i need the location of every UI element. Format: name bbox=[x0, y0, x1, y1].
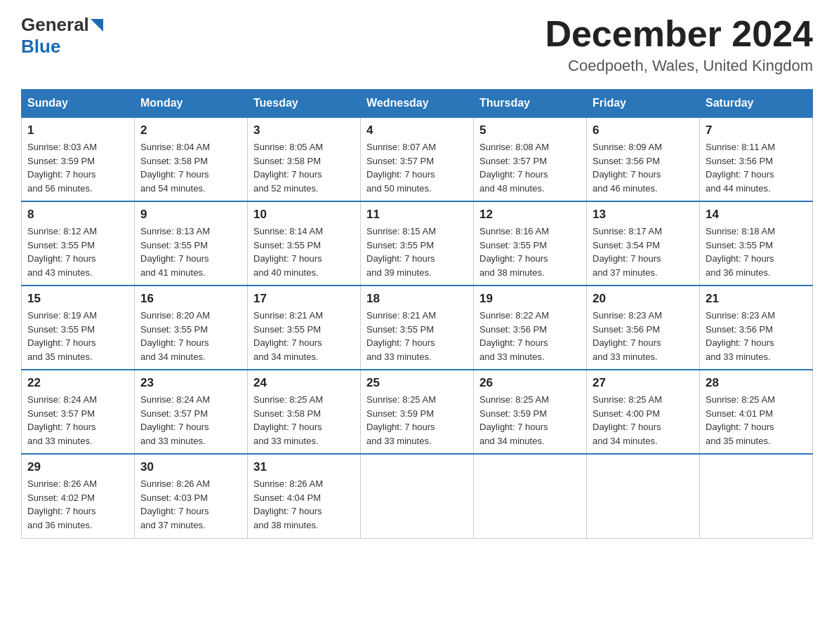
logo-general-text: General bbox=[21, 14, 89, 36]
table-row: 14Sunrise: 8:18 AMSunset: 3:55 PMDayligh… bbox=[700, 201, 813, 286]
day-info: Sunrise: 8:14 AMSunset: 3:55 PMDaylight:… bbox=[253, 224, 355, 279]
day-number: 4 bbox=[366, 123, 468, 137]
day-number: 18 bbox=[366, 292, 468, 306]
day-number: 24 bbox=[253, 376, 355, 390]
day-info: Sunrise: 8:09 AMSunset: 3:56 PMDaylight:… bbox=[593, 140, 694, 195]
day-number: 20 bbox=[593, 292, 694, 306]
day-number: 30 bbox=[140, 460, 241, 474]
title-section: December 2024 Coedpoeth, Wales, United K… bbox=[545, 14, 813, 75]
table-row: 30Sunrise: 8:26 AMSunset: 4:03 PMDayligh… bbox=[135, 454, 248, 538]
day-number: 31 bbox=[253, 460, 355, 474]
table-row bbox=[474, 454, 587, 538]
table-row: 7Sunrise: 8:11 AMSunset: 3:56 PMDaylight… bbox=[700, 117, 813, 201]
day-number: 19 bbox=[479, 292, 581, 306]
day-info: Sunrise: 8:25 AMSunset: 3:58 PMDaylight:… bbox=[253, 393, 355, 448]
day-number: 21 bbox=[706, 292, 807, 306]
col-header-saturday: Saturday bbox=[700, 90, 813, 118]
table-row: 4Sunrise: 8:07 AMSunset: 3:57 PMDaylight… bbox=[361, 117, 474, 201]
table-row: 18Sunrise: 8:21 AMSunset: 3:55 PMDayligh… bbox=[361, 286, 474, 370]
day-number: 25 bbox=[366, 376, 468, 390]
table-row bbox=[587, 454, 700, 538]
table-row: 5Sunrise: 8:08 AMSunset: 3:57 PMDaylight… bbox=[474, 117, 587, 201]
logo: General Blue bbox=[21, 14, 103, 58]
day-number: 27 bbox=[593, 376, 694, 390]
col-header-sunday: Sunday bbox=[22, 90, 135, 118]
day-info: Sunrise: 8:05 AMSunset: 3:58 PMDaylight:… bbox=[253, 140, 355, 195]
day-number: 10 bbox=[253, 208, 355, 222]
day-info: Sunrise: 8:15 AMSunset: 3:55 PMDaylight:… bbox=[366, 224, 468, 279]
table-row: 31Sunrise: 8:26 AMSunset: 4:04 PMDayligh… bbox=[248, 454, 361, 538]
day-info: Sunrise: 8:18 AMSunset: 3:55 PMDaylight:… bbox=[706, 224, 807, 279]
day-number: 15 bbox=[27, 292, 128, 306]
day-info: Sunrise: 8:26 AMSunset: 4:02 PMDaylight:… bbox=[27, 477, 128, 532]
col-header-friday: Friday bbox=[587, 90, 700, 118]
day-info: Sunrise: 8:25 AMSunset: 3:59 PMDaylight:… bbox=[366, 393, 468, 448]
calendar-week-1: 1Sunrise: 8:03 AMSunset: 3:59 PMDaylight… bbox=[22, 117, 813, 201]
day-info: Sunrise: 8:21 AMSunset: 3:55 PMDaylight:… bbox=[366, 309, 468, 363]
day-number: 13 bbox=[593, 208, 694, 222]
calendar-week-2: 8Sunrise: 8:12 AMSunset: 3:55 PMDaylight… bbox=[22, 201, 813, 286]
table-row: 29Sunrise: 8:26 AMSunset: 4:02 PMDayligh… bbox=[22, 454, 135, 538]
calendar-header-row: Sunday Monday Tuesday Wednesday Thursday… bbox=[22, 90, 813, 118]
month-title: December 2024 bbox=[545, 14, 813, 54]
day-number: 23 bbox=[140, 376, 241, 390]
day-number: 9 bbox=[140, 208, 241, 222]
day-info: Sunrise: 8:22 AMSunset: 3:56 PMDaylight:… bbox=[479, 309, 581, 363]
table-row bbox=[700, 454, 813, 538]
day-info: Sunrise: 8:24 AMSunset: 3:57 PMDaylight:… bbox=[140, 393, 241, 448]
logo-blue-text: Blue bbox=[21, 36, 60, 57]
table-row: 3Sunrise: 8:05 AMSunset: 3:58 PMDaylight… bbox=[248, 117, 361, 201]
day-number: 28 bbox=[706, 376, 807, 390]
col-header-wednesday: Wednesday bbox=[361, 90, 474, 118]
day-info: Sunrise: 8:23 AMSunset: 3:56 PMDaylight:… bbox=[593, 309, 694, 363]
day-info: Sunrise: 8:04 AMSunset: 3:58 PMDaylight:… bbox=[140, 140, 241, 195]
day-number: 2 bbox=[140, 123, 241, 137]
table-row: 21Sunrise: 8:23 AMSunset: 3:56 PMDayligh… bbox=[700, 286, 813, 370]
day-info: Sunrise: 8:25 AMSunset: 4:00 PMDaylight:… bbox=[593, 393, 694, 448]
day-number: 14 bbox=[706, 208, 807, 222]
day-number: 8 bbox=[27, 208, 128, 222]
day-number: 26 bbox=[479, 376, 581, 390]
day-number: 17 bbox=[253, 292, 355, 306]
day-info: Sunrise: 8:26 AMSunset: 4:04 PMDaylight:… bbox=[253, 477, 355, 532]
table-row: 15Sunrise: 8:19 AMSunset: 3:55 PMDayligh… bbox=[22, 286, 135, 370]
day-info: Sunrise: 8:21 AMSunset: 3:55 PMDaylight:… bbox=[253, 309, 355, 363]
day-info: Sunrise: 8:25 AMSunset: 3:59 PMDaylight:… bbox=[479, 393, 581, 448]
day-number: 1 bbox=[27, 123, 128, 137]
day-info: Sunrise: 8:19 AMSunset: 3:55 PMDaylight:… bbox=[27, 309, 128, 363]
day-info: Sunrise: 8:26 AMSunset: 4:03 PMDaylight:… bbox=[140, 477, 241, 532]
table-row: 13Sunrise: 8:17 AMSunset: 3:54 PMDayligh… bbox=[587, 201, 700, 286]
day-number: 22 bbox=[27, 376, 128, 390]
table-row: 19Sunrise: 8:22 AMSunset: 3:56 PMDayligh… bbox=[474, 286, 587, 370]
col-header-thursday: Thursday bbox=[474, 90, 587, 118]
day-info: Sunrise: 8:25 AMSunset: 4:01 PMDaylight:… bbox=[706, 393, 807, 448]
table-row: 17Sunrise: 8:21 AMSunset: 3:55 PMDayligh… bbox=[248, 286, 361, 370]
table-row: 10Sunrise: 8:14 AMSunset: 3:55 PMDayligh… bbox=[248, 201, 361, 286]
day-info: Sunrise: 8:07 AMSunset: 3:57 PMDaylight:… bbox=[366, 140, 468, 195]
location-subtitle: Coedpoeth, Wales, United Kingdom bbox=[545, 57, 813, 75]
table-row: 9Sunrise: 8:13 AMSunset: 3:55 PMDaylight… bbox=[135, 201, 248, 286]
calendar-week-5: 29Sunrise: 8:26 AMSunset: 4:02 PMDayligh… bbox=[22, 454, 813, 538]
calendar-week-3: 15Sunrise: 8:19 AMSunset: 3:55 PMDayligh… bbox=[22, 286, 813, 370]
day-number: 3 bbox=[253, 123, 355, 137]
col-header-tuesday: Tuesday bbox=[248, 90, 361, 118]
table-row: 27Sunrise: 8:25 AMSunset: 4:00 PMDayligh… bbox=[587, 370, 700, 454]
page-header: General Blue December 2024 Coedpoeth, Wa… bbox=[21, 14, 813, 75]
day-info: Sunrise: 8:20 AMSunset: 3:55 PMDaylight:… bbox=[140, 309, 241, 363]
table-row bbox=[361, 454, 474, 538]
table-row: 16Sunrise: 8:20 AMSunset: 3:55 PMDayligh… bbox=[135, 286, 248, 370]
day-info: Sunrise: 8:24 AMSunset: 3:57 PMDaylight:… bbox=[27, 393, 128, 448]
table-row: 8Sunrise: 8:12 AMSunset: 3:55 PMDaylight… bbox=[22, 201, 135, 286]
day-info: Sunrise: 8:13 AMSunset: 3:55 PMDaylight:… bbox=[140, 224, 241, 279]
logo-triangle-icon bbox=[91, 19, 103, 32]
day-info: Sunrise: 8:12 AMSunset: 3:55 PMDaylight:… bbox=[27, 224, 128, 279]
day-number: 6 bbox=[593, 123, 694, 137]
day-number: 5 bbox=[479, 123, 581, 137]
table-row: 24Sunrise: 8:25 AMSunset: 3:58 PMDayligh… bbox=[248, 370, 361, 454]
day-number: 12 bbox=[479, 208, 581, 222]
day-number: 7 bbox=[706, 123, 807, 137]
calendar-week-4: 22Sunrise: 8:24 AMSunset: 3:57 PMDayligh… bbox=[22, 370, 813, 454]
day-info: Sunrise: 8:23 AMSunset: 3:56 PMDaylight:… bbox=[706, 309, 807, 363]
table-row: 22Sunrise: 8:24 AMSunset: 3:57 PMDayligh… bbox=[22, 370, 135, 454]
table-row: 1Sunrise: 8:03 AMSunset: 3:59 PMDaylight… bbox=[22, 117, 135, 201]
